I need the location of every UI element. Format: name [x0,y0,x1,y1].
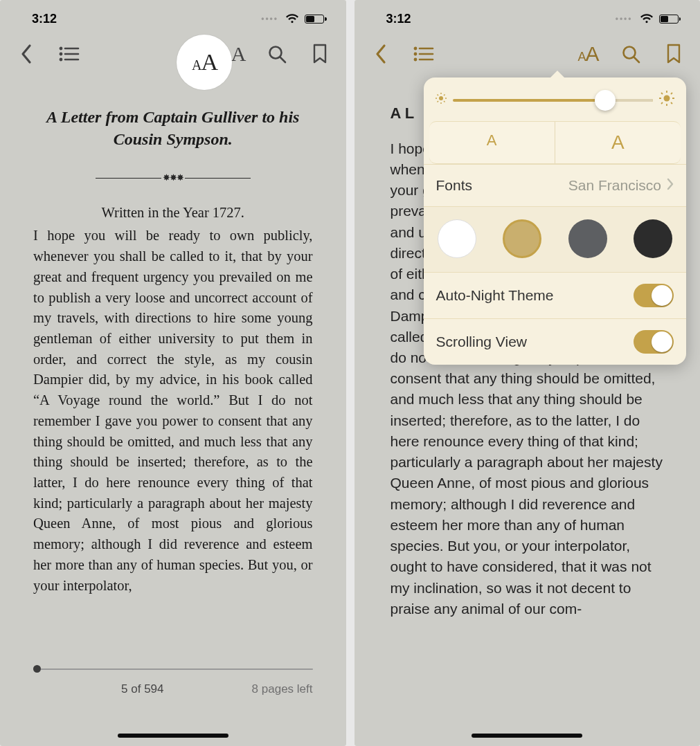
svg-line-32 [661,102,663,104]
scrolling-view-label: Scrolling View [436,334,634,350]
svg-point-4 [60,59,62,60]
theme-swatches [424,206,687,272]
svg-point-10 [414,53,415,55]
subtitle-year: Written in the Year 1727. [33,203,313,224]
svg-line-21 [437,95,438,96]
back-button[interactable] [367,40,395,68]
bookmark-button[interactable] [306,40,334,68]
reader-toolbar: AA [355,33,701,75]
chevron-right-icon [667,178,674,194]
fonts-value: San Francisco [472,177,661,194]
status-time: 3:12 [386,12,411,26]
search-button[interactable] [263,40,291,68]
svg-point-2 [60,53,62,55]
page-position-label: 5 of 594 [33,682,252,696]
svg-point-12 [414,59,415,60]
svg-line-31 [671,102,672,104]
search-button[interactable] [617,40,645,68]
font-size-stepper: A A [429,121,681,164]
page-scrubber[interactable]: 5 of 594 8 pages left [33,668,313,696]
battery-icon [659,15,681,24]
book-content[interactable]: A Letter from Captain Gulliver to his Co… [0,75,346,596]
font-size-larger-button[interactable]: A [555,122,681,163]
reader-toolbar: AA [0,33,346,75]
svg-line-24 [444,95,445,96]
body-text: I hope you will be ready to own publicly… [33,226,313,596]
auto-night-toggle[interactable] [634,284,674,307]
callout-highlight-appearance: AA [177,35,232,90]
appearance-popover: A A Fonts San Francisco Auto-Night Theme… [424,78,687,365]
brightness-slider-row [424,78,687,121]
wifi-icon [640,14,654,24]
wifi-icon [285,14,299,24]
screenshot-right: 3:12 •••• AA A L I hope you will be read… [355,0,701,746]
cellular-dots-icon: •••• [616,14,633,24]
svg-line-23 [437,101,438,102]
pages-left-label: 8 pages left [252,682,313,696]
svg-point-25 [664,95,670,102]
theme-black[interactable] [634,219,672,258]
font-size-smaller-button[interactable]: A [429,122,555,163]
svg-line-15 [634,57,639,62]
appearance-button[interactable]: AA [574,40,602,68]
svg-line-22 [444,101,445,102]
svg-line-30 [661,93,663,94]
fonts-label: Fonts [436,177,473,194]
bookmark-button[interactable] [660,40,688,68]
status-bar: 3:12 •••• [355,0,701,33]
svg-point-8 [414,48,415,49]
status-time: 3:12 [32,12,57,26]
svg-point-16 [439,96,443,100]
toc-button[interactable] [55,40,83,68]
brightness-slider[interactable] [453,99,654,102]
toc-button[interactable] [410,40,438,68]
home-indicator[interactable] [472,734,582,738]
theme-white[interactable] [438,219,476,258]
battery-icon [305,15,327,24]
ornament-divider: ✸✸✸ [33,172,313,185]
svg-point-6 [269,47,281,59]
svg-line-33 [671,93,672,94]
brightness-low-icon [435,92,447,108]
home-indicator[interactable] [118,734,228,738]
svg-line-7 [280,57,285,62]
auto-night-row: Auto-Night Theme [424,272,687,318]
cellular-dots-icon: •••• [261,14,278,24]
theme-sepia[interactable] [503,219,541,258]
status-bar: 3:12 •••• [0,0,346,33]
theme-gray[interactable] [568,219,607,258]
brightness-slider-knob[interactable] [595,90,616,111]
scrolling-view-row: Scrolling View [424,318,687,365]
auto-night-label: Auto-Night Theme [436,287,634,304]
svg-point-14 [624,47,636,59]
back-button[interactable] [12,40,40,68]
chapter-title: A Letter from Captain Gulliver to his Co… [46,106,300,151]
scrolling-view-toggle[interactable] [634,330,674,354]
svg-point-0 [60,48,62,49]
screenshot-left: 3:12 •••• AA A Letter from Captain Gulli… [0,0,346,746]
brightness-high-icon [658,90,675,110]
fonts-row[interactable]: Fonts San Francisco [424,164,687,206]
